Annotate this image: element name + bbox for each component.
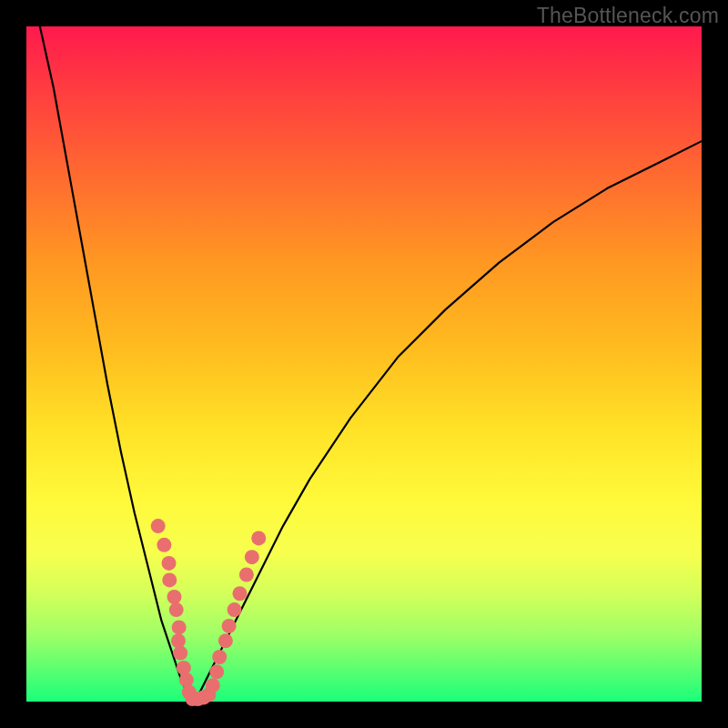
dot-salmon-dots-left — [169, 602, 184, 617]
dot-salmon-dots-right — [228, 602, 242, 617]
chart-svg — [26, 26, 702, 702]
dot-salmon-dots-left — [177, 661, 191, 675]
dot-salmon-dots-right — [206, 678, 220, 693]
dot-salmon-dots-left — [167, 590, 182, 604]
dot-salmon-dots-right — [245, 550, 259, 564]
dot-salmon-dots-right — [232, 586, 247, 601]
dot-salmon-dots-left — [172, 620, 187, 634]
dot-salmon-dots-left — [179, 672, 194, 687]
dot-salmon-dots-left — [171, 633, 186, 648]
dot-salmon-dots-right — [222, 619, 237, 633]
curve-right-curve — [196, 141, 703, 702]
dot-salmon-dots-left — [157, 538, 171, 552]
dot-salmon-dots-right — [209, 664, 224, 679]
dot-salmon-dots-left — [173, 646, 187, 661]
dot-salmon-dots-right — [218, 633, 233, 648]
dot-salmon-dots-left — [151, 519, 166, 533]
watermark-text: TheBottleneck.com — [537, 4, 719, 28]
chart-frame: TheBottleneck.com — [0, 0, 728, 728]
dot-salmon-dots-right — [251, 531, 266, 545]
dot-salmon-dots-left — [162, 572, 177, 587]
dot-salmon-dots-right — [212, 650, 227, 664]
dot-salmon-dots-left — [162, 556, 177, 571]
dot-salmon-dots-right — [239, 568, 254, 582]
